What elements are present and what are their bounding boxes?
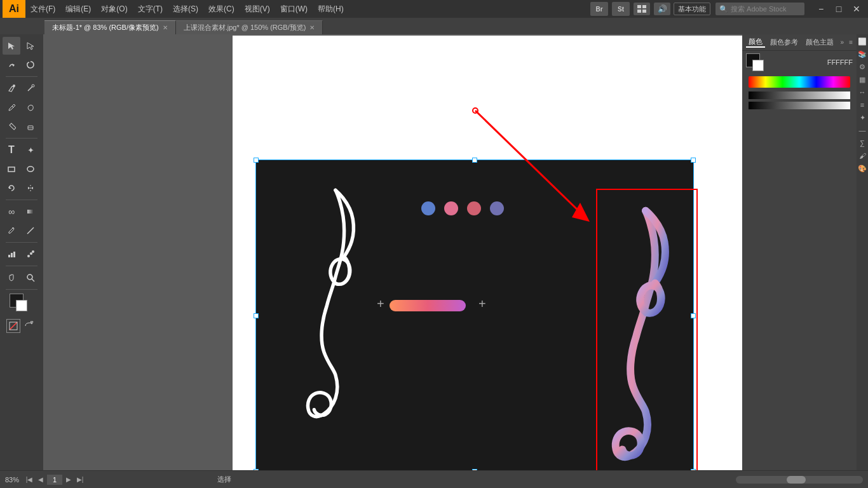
direct-select-tool[interactable] <box>22 37 39 55</box>
ellipse-tool[interactable] <box>22 160 39 178</box>
bg-color-box[interactable] <box>752 60 764 71</box>
properties-icon[interactable]: ⚙ <box>858 62 867 71</box>
svg-line-19 <box>27 233 29 234</box>
brush-tool-row <box>3 98 41 116</box>
last-page-btn[interactable]: ▶| <box>75 475 85 485</box>
blob-brush-tool[interactable] <box>22 98 39 116</box>
menu-type[interactable]: 文字(T) <box>133 0 168 18</box>
tab-0[interactable]: 未标题-1* @ 83% (RGB/像素预览) ✕ <box>44 20 176 34</box>
prev-page-btn[interactable]: ◀ <box>36 475 46 485</box>
zoom-tool[interactable] <box>22 269 39 287</box>
colored-treble-clef <box>601 192 690 468</box>
background-swatch[interactable] <box>16 300 27 311</box>
dot-3 <box>467 201 481 215</box>
brushes-icon[interactable]: 🖌 <box>858 151 867 160</box>
tab-0-close[interactable]: ✕ <box>163 24 168 31</box>
svg-marker-4 <box>8 43 15 50</box>
menubar: Ai 文件(F) 编辑(E) 对象(O) 文字(T) 选择(S) 效果(C) 视… <box>0 0 868 18</box>
sep-1 <box>6 76 37 77</box>
stock-btn[interactable]: St <box>612 2 630 16</box>
panel-expand[interactable]: » <box>841 39 844 46</box>
minimize-btn[interactable]: − <box>812 0 830 18</box>
scrollbar-thumb[interactable] <box>787 476 806 484</box>
type-on-path[interactable]: ✦ <box>22 141 39 159</box>
rotate-tool-row <box>3 179 41 197</box>
reflect-tool[interactable] <box>22 179 39 197</box>
menu-select[interactable]: 选择(S) <box>168 0 203 18</box>
color-gradient-bar[interactable] <box>749 76 850 88</box>
align-icon[interactable]: ≡ <box>858 100 867 109</box>
library-icon[interactable]: 📚 <box>858 50 867 58</box>
pen-tool[interactable] <box>3 79 20 97</box>
panel-menu[interactable]: ≡ <box>849 39 853 46</box>
lightness-slider[interactable] <box>749 92 850 99</box>
menu-file[interactable]: 文件(F) <box>25 0 60 18</box>
artboard-icon[interactable]: ⬜ <box>858 37 867 46</box>
measure-tool[interactable] <box>22 222 39 240</box>
lasso-tool[interactable] <box>22 56 39 74</box>
menu-effect[interactable]: 效果(C) <box>203 0 240 18</box>
color-tab[interactable]: 颜色 <box>746 37 765 48</box>
next-page-btn[interactable]: ▶ <box>64 475 74 485</box>
fill-stroke-row <box>4 319 39 333</box>
panel-header: 颜色 颜色参考 颜色主题 » ≡ <box>742 34 857 51</box>
layers-icon[interactable]: ▦ <box>858 75 867 84</box>
select-tool[interactable] <box>3 37 20 55</box>
plus-sign-right: + <box>478 297 486 311</box>
menu-object[interactable]: 对象(O) <box>96 0 132 18</box>
color-guide-tab[interactable]: 颜色参考 <box>768 37 801 47</box>
menu-edit[interactable]: 编辑(E) <box>60 0 96 18</box>
audio-btn[interactable]: 🔊 <box>654 3 670 15</box>
paintbrush-tool[interactable] <box>3 98 20 116</box>
bridge-btn[interactable]: Br <box>590 2 608 16</box>
value-slider[interactable] <box>749 102 850 109</box>
anchor-tool[interactable] <box>22 79 39 97</box>
type-tool[interactable]: T <box>3 141 20 159</box>
warp-tool-row <box>3 56 41 74</box>
no-fill-btn[interactable] <box>6 319 20 333</box>
horizontal-scrollbar[interactable] <box>736 476 863 484</box>
page-number-input[interactable] <box>47 475 62 485</box>
blend-tool[interactable]: ∞ <box>3 203 20 220</box>
close-btn[interactable]: ✕ <box>848 0 865 18</box>
shape-tool-row <box>3 160 41 178</box>
color-themes-tab[interactable]: 颜色主题 <box>803 37 836 47</box>
swatches-icon[interactable]: 🎨 <box>858 164 867 173</box>
tab-1[interactable]: 上课混合素材.jpg* @ 150% (RGB/预览) ✕ <box>176 20 323 34</box>
svg-marker-5 <box>27 43 34 50</box>
workspace-label[interactable]: 基本功能 <box>674 3 710 15</box>
rectangle-tool[interactable] <box>3 160 20 178</box>
scatter-tool[interactable] <box>22 245 39 263</box>
sep-2 <box>6 138 37 139</box>
statusbar: 83% |◀ ◀ ▶ ▶| 选择 <box>0 470 868 488</box>
menu-window[interactable]: 窗口(W) <box>275 0 313 18</box>
chart-tool[interactable] <box>3 245 20 263</box>
adobe-stock-search[interactable]: 🔍 搜索 Adobe Stock <box>715 3 804 15</box>
canvas-area[interactable]: + + <box>43 34 742 470</box>
pathfinder-icon[interactable]: ✦ <box>858 113 867 122</box>
swap-btn[interactable] <box>23 319 37 333</box>
eraser-tool[interactable] <box>22 118 39 135</box>
layout-btn[interactable] <box>634 3 650 15</box>
transform-icon[interactable]: ↔ <box>858 88 867 97</box>
tab-1-close[interactable]: ✕ <box>309 24 315 31</box>
hand-tool[interactable] <box>3 269 20 287</box>
menu-right-area: Br St 🔊 基本功能 🔍 搜索 Adobe Stock − □ ✕ <box>590 0 865 18</box>
menu-view[interactable]: 视图(V) <box>240 0 275 18</box>
color-swatch-area[interactable] <box>10 294 34 315</box>
gradient-tool[interactable] <box>22 203 39 220</box>
warp-tool[interactable] <box>3 56 20 74</box>
scroll-area <box>236 476 863 484</box>
rotate-tool[interactable] <box>3 179 20 197</box>
pencil-tool[interactable] <box>3 118 20 135</box>
eyedropper-tool[interactable] <box>3 222 20 240</box>
svg-line-28 <box>32 279 34 281</box>
menu-help[interactable]: 帮助(H) <box>313 0 349 18</box>
first-page-btn[interactable]: |◀ <box>24 475 34 485</box>
svg-point-8 <box>32 85 34 87</box>
svg-marker-13 <box>9 186 11 189</box>
maximize-btn[interactable]: □ <box>830 0 848 18</box>
symbols-icon[interactable]: ∑ <box>858 139 867 147</box>
svg-marker-15 <box>31 187 33 189</box>
stroke-icon[interactable]: — <box>858 126 867 135</box>
